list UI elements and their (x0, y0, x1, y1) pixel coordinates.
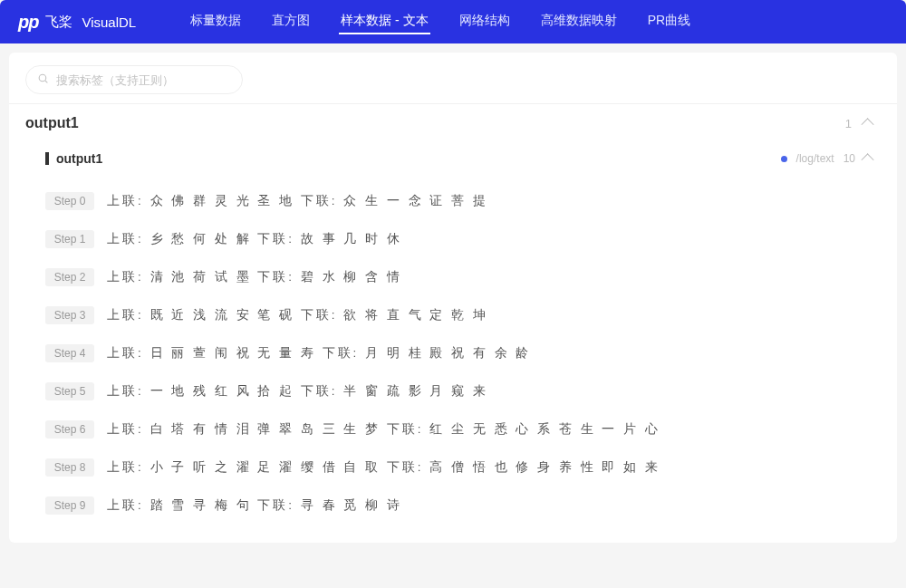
paddle-logo-icon: pp (18, 12, 38, 33)
sub-marker-icon (45, 152, 49, 165)
step-badge: Step 4 (45, 344, 94, 362)
step-text: 上联: 踏 雪 寻 梅 句 下联: 寻 春 觅 柳 诗 (107, 497, 402, 514)
run-dot-icon (781, 156, 787, 162)
step-text: 上联: 日 丽 萱 闱 祝 无 量 寿 下联: 月 明 桂 殿 祝 有 余 龄 (107, 345, 531, 361)
step-row: Step 4上联: 日 丽 萱 闱 祝 无 量 寿 下联: 月 明 桂 殿 祝 … (45, 334, 881, 372)
nav-item-1[interactable]: 直方图 (270, 9, 312, 34)
sub-title: output1 (56, 151, 102, 166)
step-row: Step 6上联: 白 塔 有 情 泪 弹 翠 岛 三 生 梦 下联: 红 尘 … (45, 410, 881, 448)
step-badge: Step 6 (45, 420, 94, 439)
sub-right: /log/text 10 (781, 152, 873, 165)
search-box[interactable] (25, 65, 243, 94)
search-icon (37, 72, 49, 87)
nav-item-3[interactable]: 网络结构 (458, 9, 512, 34)
step-text: 上联: 一 地 残 红 风 拾 起 下联: 半 窗 疏 影 月 窥 来 (107, 383, 488, 400)
step-row: Step 0上联: 众 佛 群 灵 光 圣 地 下联: 众 生 一 念 证 菩 … (45, 182, 881, 220)
svg-point-0 (39, 74, 46, 82)
step-text: 上联: 小 子 听 之 濯 足 濯 缨 借 自 取 下联: 高 僧 悟 也 修 … (107, 459, 660, 476)
main-panel: output1 1 output1 /log/text 10 Step 0上联:… (9, 53, 897, 543)
search-row (9, 53, 897, 103)
top-nav: pp 飞桨 VisualDL 标量数据直方图样本数据 - 文本网络结构高维数据映… (0, 0, 906, 43)
panel-count: 1 (845, 117, 852, 130)
step-row: Step 5上联: 一 地 残 红 风 拾 起 下联: 半 窗 疏 影 月 窥 … (45, 372, 881, 410)
sub-left: output1 (45, 151, 102, 166)
panel-title: output1 (25, 115, 79, 131)
nav-item-0[interactable]: 标量数据 (188, 9, 243, 34)
nav-item-4[interactable]: 高维数据映射 (539, 9, 619, 34)
run-value: 10 (843, 152, 855, 165)
nav-items: 标量数据直方图样本数据 - 文本网络结构高维数据映射PR曲线 (188, 9, 692, 34)
sample-sub-header[interactable]: output1 /log/text 10 (9, 142, 897, 175)
step-text: 上联: 既 近 浅 流 安 笔 砚 下联: 欲 将 直 气 定 乾 坤 (107, 307, 488, 323)
logo-cn: 飞桨 (45, 14, 72, 31)
panel-header-right: 1 (845, 117, 873, 130)
step-text: 上联: 清 池 荷 试 墨 下联: 碧 水 柳 含 情 (107, 269, 402, 285)
step-badge: Step 1 (45, 230, 94, 248)
step-text: 上联: 乡 愁 何 处 解 下联: 故 事 几 时 休 (107, 231, 402, 247)
run-label: /log/text (796, 152, 834, 165)
step-badge: Step 3 (45, 306, 94, 324)
step-text: 上联: 白 塔 有 情 泪 弹 翠 岛 三 生 梦 下联: 红 尘 无 悉 心 … (107, 421, 660, 438)
step-badge: Step 5 (45, 382, 94, 400)
logo: pp 飞桨 VisualDL (18, 12, 136, 33)
panel-header[interactable]: output1 1 (9, 103, 897, 142)
svg-line-1 (45, 81, 47, 82)
step-text: 上联: 众 佛 群 灵 光 圣 地 下联: 众 生 一 念 证 菩 提 (107, 193, 488, 209)
step-row: Step 1上联: 乡 愁 何 处 解 下联: 故 事 几 时 休 (45, 220, 881, 258)
logo-en: VisualDL (82, 14, 136, 30)
steps-list: Step 0上联: 众 佛 群 灵 光 圣 地 下联: 众 生 一 念 证 菩 … (9, 175, 897, 543)
chevron-up-icon[interactable] (862, 153, 874, 166)
step-row: Step 2上联: 清 池 荷 试 墨 下联: 碧 水 柳 含 情 (45, 258, 881, 296)
nav-item-2[interactable]: 样本数据 - 文本 (339, 9, 429, 34)
step-badge: Step 0 (45, 192, 94, 210)
step-row: Step 3上联: 既 近 浅 流 安 笔 砚 下联: 欲 将 直 气 定 乾 … (45, 296, 881, 334)
step-row: Step 8上联: 小 子 听 之 濯 足 濯 缨 借 自 取 下联: 高 僧 … (45, 448, 881, 487)
step-row: Step 9上联: 踏 雪 寻 梅 句 下联: 寻 春 觅 柳 诗 (45, 487, 881, 525)
step-badge: Step 8 (45, 458, 94, 477)
step-badge: Step 2 (45, 268, 94, 286)
nav-item-5[interactable]: PR曲线 (646, 9, 692, 34)
step-badge: Step 9 (45, 496, 94, 515)
chevron-up-icon[interactable] (862, 118, 874, 130)
search-input[interactable] (56, 73, 231, 87)
